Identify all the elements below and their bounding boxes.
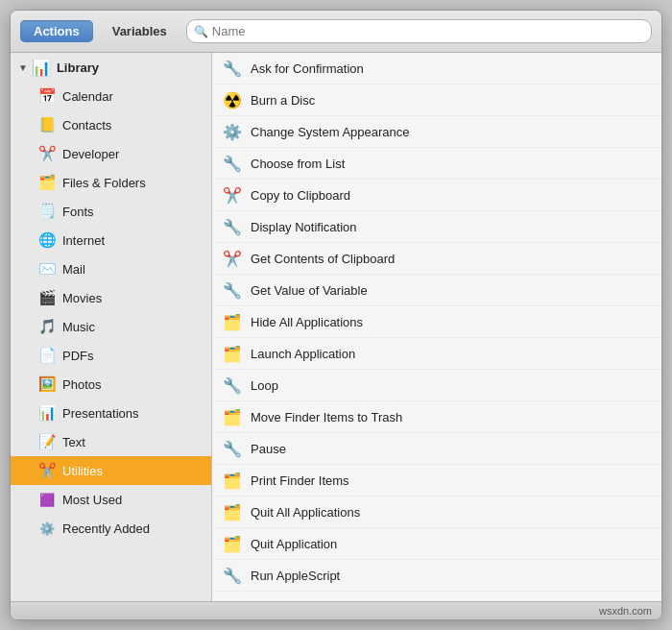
- search-input[interactable]: [186, 19, 652, 43]
- quit-app-icon: 🗂️: [222, 533, 243, 554]
- sidebar-item-label: Utilities: [62, 464, 103, 478]
- sidebar-item-movies[interactable]: 🎬 Movies: [11, 283, 211, 312]
- copy-clipboard-icon: ✂️: [222, 184, 243, 206]
- internet-icon: 🌐: [37, 230, 57, 250]
- run-applescript-icon: 🔧: [222, 565, 243, 586]
- sidebar-item-label: Developer: [62, 147, 119, 161]
- calendar-icon: 📅: [37, 86, 57, 106]
- sidebar-item-label: Music: [62, 320, 95, 334]
- list-item-label: Print Finder Items: [251, 473, 349, 488]
- sidebar-item-label: Presentations: [62, 406, 139, 421]
- toolbar: Actions Variables 🔍: [11, 11, 661, 53]
- list-item-get-variable[interactable]: 🔧 Get Value of Variable: [212, 275, 661, 306]
- movies-icon: 🎬: [37, 288, 57, 307]
- pause-icon: 🔧: [222, 438, 243, 459]
- presentations-icon: 📊: [37, 403, 57, 423]
- chevron-down-icon: ▼: [18, 62, 28, 73]
- move-trash-icon: 🗂️: [222, 406, 243, 427]
- text-icon: 📝: [37, 432, 57, 451]
- most-used-icon: 🟪: [37, 490, 57, 509]
- list-item-label: Copy to Clipboard: [251, 188, 350, 203]
- list-item-label: Pause: [251, 442, 286, 456]
- tab-actions[interactable]: Actions: [20, 20, 93, 42]
- tab-variables[interactable]: Variables: [99, 20, 180, 42]
- quit-all-icon: 🗂️: [222, 501, 243, 522]
- sidebar-item-label: Files & Folders: [62, 176, 146, 190]
- sidebar-item-fonts[interactable]: 🗒️ Fonts: [11, 197, 211, 226]
- sidebar-item-recently-added[interactable]: ⚙️ Recently Added: [11, 514, 211, 543]
- sidebar-item-label: PDFs: [62, 349, 94, 363]
- list-item-choose-list[interactable]: 🔧 Choose from List: [212, 148, 661, 180]
- change-appearance-icon: ⚙️: [222, 121, 243, 142]
- left-panel: ▼ 📊 Library 📅 Calendar 📒 Contacts ✂️ Dev…: [11, 53, 212, 601]
- right-panel: 🔧 Ask for Confirmation ☢️ Burn a Disc ⚙️…: [212, 53, 661, 601]
- mail-icon: ✉️: [37, 259, 57, 279]
- hide-apps-icon: 🗂️: [222, 311, 243, 332]
- list-item-change-appearance[interactable]: ⚙️ Change System Appearance: [212, 116, 661, 148]
- developer-icon: ✂️: [37, 144, 57, 163]
- library-icon: 📊: [32, 58, 51, 77]
- print-finder-icon: 🗂️: [222, 470, 243, 491]
- recently-added-icon: ⚙️: [37, 519, 57, 538]
- library-section-header[interactable]: ▼ 📊 Library: [11, 53, 211, 82]
- list-item-burn-disc[interactable]: ☢️ Burn a Disc: [212, 85, 661, 116]
- sidebar-item-label: Mail: [62, 262, 85, 277]
- list-item-label: Hide All Applications: [251, 315, 363, 329]
- sidebar-item-calendar[interactable]: 📅 Calendar: [11, 82, 211, 110]
- list-item-label: Quit Application: [251, 537, 337, 551]
- sidebar-item-music[interactable]: 🎵 Music: [11, 312, 211, 341]
- sidebar-item-text[interactable]: 📝 Text: [11, 427, 211, 456]
- sidebar-item-contacts[interactable]: 📒 Contacts: [11, 110, 211, 139]
- sidebar-item-presentations[interactable]: 📊 Presentations: [11, 399, 211, 427]
- sidebar-item-most-used[interactable]: 🟪 Most Used: [11, 485, 211, 514]
- sidebar-item-label: Most Used: [62, 493, 122, 507]
- ask-confirmation-icon: 🔧: [222, 58, 243, 79]
- search-icon: 🔍: [194, 25, 208, 38]
- get-variable-icon: 🔧: [222, 279, 243, 301]
- fonts-icon: 🗒️: [37, 202, 57, 221]
- footer-credit: wsxdn.com: [599, 605, 652, 617]
- list-item-print-finder[interactable]: 🗂️ Print Finder Items: [212, 465, 661, 497]
- list-item-loop[interactable]: 🔧 Loop: [212, 370, 661, 401]
- files-folders-icon: 🗂️: [37, 173, 57, 192]
- get-clipboard-icon: ✂️: [222, 248, 243, 269]
- list-item-label: Run AppleScript: [251, 569, 340, 583]
- list-item-label: Burn a Disc: [251, 93, 315, 108]
- list-item-move-trash[interactable]: 🗂️ Move Finder Items to Trash: [212, 401, 661, 433]
- sidebar-item-files-folders[interactable]: 🗂️ Files & Folders: [11, 168, 211, 197]
- list-item-launch-app[interactable]: 🗂️ Launch Application: [212, 338, 661, 370]
- list-item-pause[interactable]: 🔧 Pause: [212, 433, 661, 465]
- sidebar-item-developer[interactable]: ✂️ Developer: [11, 139, 211, 168]
- list-item-label: Get Value of Variable: [251, 283, 368, 298]
- sidebar-item-utilities[interactable]: ✂️ Utilities: [11, 456, 211, 485]
- sidebar-item-photos[interactable]: 🖼️ Photos: [11, 370, 211, 399]
- sidebar-item-label: Photos: [62, 377, 101, 392]
- sidebar-item-pdfs[interactable]: 📄 PDFs: [11, 341, 211, 370]
- content-area: ▼ 📊 Library 📅 Calendar 📒 Contacts ✂️ Dev…: [11, 53, 661, 601]
- list-item-label: Display Notification: [251, 220, 357, 234]
- sidebar-item-label: Text: [62, 435, 85, 449]
- contacts-icon: 📒: [37, 115, 57, 134]
- list-item-quit-all[interactable]: 🗂️ Quit All Applications: [212, 497, 661, 528]
- list-item-run-applescript[interactable]: 🔧 Run AppleScript: [212, 560, 661, 592]
- list-item-quit-app[interactable]: 🗂️ Quit Application: [212, 528, 661, 560]
- list-item-get-clipboard[interactable]: ✂️ Get Contents of Clipboard: [212, 243, 661, 275]
- list-item-label: Change System Appearance: [251, 125, 410, 139]
- list-item-hide-apps[interactable]: 🗂️ Hide All Applications: [212, 306, 661, 338]
- sidebar-item-label: Fonts: [62, 205, 94, 219]
- list-item-display-notification[interactable]: 🔧 Display Notification: [212, 211, 661, 243]
- list-item-label: Launch Application: [251, 347, 355, 361]
- burn-disc-icon: ☢️: [222, 89, 243, 110]
- sidebar-item-mail[interactable]: ✉️ Mail: [11, 254, 211, 283]
- sidebar-item-label: Contacts: [62, 118, 111, 133]
- list-item-ask-confirmation[interactable]: 🔧 Ask for Confirmation: [212, 53, 661, 85]
- sidebar-item-internet[interactable]: 🌐 Internet: [11, 226, 211, 254]
- list-item-label: Get Contents of Clipboard: [251, 252, 395, 266]
- utilities-icon: ✂️: [37, 461, 57, 480]
- list-item-copy-clipboard[interactable]: ✂️ Copy to Clipboard: [212, 180, 661, 211]
- sidebar-item-label: Movies: [62, 291, 102, 305]
- main-window: Actions Variables 🔍 ▼ 📊 Library 📅 Calend…: [10, 10, 662, 620]
- music-icon: 🎵: [37, 317, 57, 336]
- loop-icon: 🔧: [222, 375, 243, 396]
- footer: wsxdn.com: [11, 601, 661, 619]
